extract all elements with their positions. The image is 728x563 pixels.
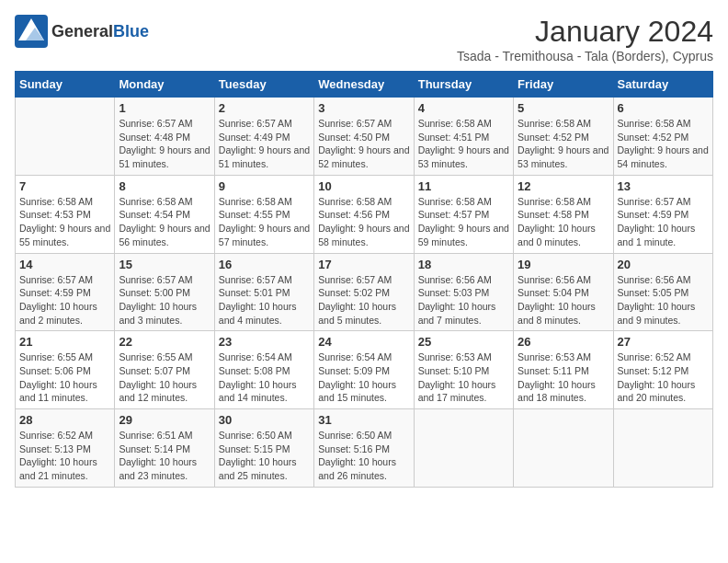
day-number: 14 <box>19 258 110 271</box>
title-area: January 2024 Tsada - Tremithousa - Tala … <box>457 15 713 63</box>
day-detail: Sunrise: 6:53 AM Sunset: 5:10 PM Dayligh… <box>418 350 509 405</box>
day-number: 3 <box>318 101 409 115</box>
header-day-wednesday: Wednesday <box>314 72 414 98</box>
header-day-thursday: Thursday <box>414 72 513 98</box>
calendar-cell: 11Sunrise: 6:58 AM Sunset: 4:57 PM Dayli… <box>414 175 513 253</box>
day-number: 30 <box>219 413 310 427</box>
header-day-saturday: Saturday <box>613 72 712 98</box>
day-detail: Sunrise: 6:58 AM Sunset: 4:54 PM Dayligh… <box>119 195 210 249</box>
day-number: 29 <box>119 413 210 427</box>
day-number: 15 <box>119 258 210 271</box>
calendar-cell: 21Sunrise: 6:55 AM Sunset: 5:06 PM Dayli… <box>16 331 115 409</box>
calendar-cell: 5Sunrise: 6:58 AM Sunset: 4:52 PM Daylig… <box>514 98 613 176</box>
day-number: 25 <box>418 335 509 349</box>
calendar-title: January 2024 <box>457 15 713 49</box>
calendar-cell: 9Sunrise: 6:58 AM Sunset: 4:55 PM Daylig… <box>214 175 313 253</box>
day-number: 13 <box>618 179 709 193</box>
calendar-cell: 29Sunrise: 6:51 AM Sunset: 5:14 PM Dayli… <box>115 409 214 488</box>
calendar-cell: 6Sunrise: 6:58 AM Sunset: 4:52 PM Daylig… <box>613 98 712 176</box>
week-row-1: 1Sunrise: 6:57 AM Sunset: 4:48 PM Daylig… <box>16 98 713 176</box>
calendar-cell: 27Sunrise: 6:52 AM Sunset: 5:12 PM Dayli… <box>613 331 712 409</box>
day-detail: Sunrise: 6:52 AM Sunset: 5:12 PM Dayligh… <box>618 350 709 405</box>
day-detail: Sunrise: 6:50 AM Sunset: 5:15 PM Dayligh… <box>219 429 310 483</box>
day-number: 31 <box>318 413 409 427</box>
day-number: 1 <box>119 101 210 115</box>
day-detail: Sunrise: 6:58 AM Sunset: 4:53 PM Dayligh… <box>19 195 110 249</box>
logo: General Blue <box>15 15 149 48</box>
day-detail: Sunrise: 6:57 AM Sunset: 4:48 PM Dayligh… <box>119 117 210 171</box>
header-row: SundayMondayTuesdayWednesdayThursdayFrid… <box>16 72 713 98</box>
day-detail: Sunrise: 6:58 AM Sunset: 4:58 PM Dayligh… <box>518 195 609 249</box>
day-number: 2 <box>219 101 310 115</box>
header-day-friday: Friday <box>514 72 613 98</box>
day-detail: Sunrise: 6:57 AM Sunset: 4:49 PM Dayligh… <box>219 117 310 171</box>
calendar-cell: 17Sunrise: 6:57 AM Sunset: 5:02 PM Dayli… <box>314 253 414 331</box>
day-detail: Sunrise: 6:56 AM Sunset: 5:04 PM Dayligh… <box>518 273 609 327</box>
header-day-sunday: Sunday <box>16 72 115 98</box>
calendar-cell <box>16 98 115 176</box>
logo-general: General <box>51 22 113 41</box>
logo-icon <box>15 15 48 48</box>
logo-blue: Blue <box>113 22 149 41</box>
day-detail: Sunrise: 6:55 AM Sunset: 5:06 PM Dayligh… <box>19 350 110 405</box>
day-number: 22 <box>119 335 210 349</box>
day-detail: Sunrise: 6:52 AM Sunset: 5:13 PM Dayligh… <box>19 429 110 483</box>
calendar-cell: 16Sunrise: 6:57 AM Sunset: 5:01 PM Dayli… <box>214 253 313 331</box>
calendar-cell <box>514 409 613 488</box>
day-number: 5 <box>518 101 609 115</box>
calendar-cell: 18Sunrise: 6:56 AM Sunset: 5:03 PM Dayli… <box>414 253 513 331</box>
day-number: 7 <box>19 179 110 193</box>
day-detail: Sunrise: 6:57 AM Sunset: 4:59 PM Dayligh… <box>19 273 110 327</box>
calendar-cell <box>613 409 712 488</box>
day-number: 21 <box>19 335 110 349</box>
day-number: 19 <box>518 258 609 271</box>
calendar-cell: 12Sunrise: 6:58 AM Sunset: 4:58 PM Dayli… <box>514 175 613 253</box>
day-detail: Sunrise: 6:53 AM Sunset: 5:11 PM Dayligh… <box>518 350 609 405</box>
calendar-cell: 14Sunrise: 6:57 AM Sunset: 4:59 PM Dayli… <box>16 253 115 331</box>
day-detail: Sunrise: 6:54 AM Sunset: 5:09 PM Dayligh… <box>318 350 409 405</box>
day-detail: Sunrise: 6:58 AM Sunset: 4:57 PM Dayligh… <box>418 195 509 249</box>
calendar-cell: 3Sunrise: 6:57 AM Sunset: 4:50 PM Daylig… <box>314 98 414 176</box>
day-detail: Sunrise: 6:58 AM Sunset: 4:56 PM Dayligh… <box>318 195 409 249</box>
calendar-cell: 26Sunrise: 6:53 AM Sunset: 5:11 PM Dayli… <box>514 331 613 409</box>
day-detail: Sunrise: 6:56 AM Sunset: 5:03 PM Dayligh… <box>418 273 509 327</box>
calendar-cell: 22Sunrise: 6:55 AM Sunset: 5:07 PM Dayli… <box>115 331 214 409</box>
day-number: 4 <box>418 101 509 115</box>
calendar-cell: 30Sunrise: 6:50 AM Sunset: 5:15 PM Dayli… <box>214 409 313 488</box>
day-number: 26 <box>518 335 609 349</box>
calendar-cell: 15Sunrise: 6:57 AM Sunset: 5:00 PM Dayli… <box>115 253 214 331</box>
week-row-4: 21Sunrise: 6:55 AM Sunset: 5:06 PM Dayli… <box>16 331 713 409</box>
week-row-2: 7Sunrise: 6:58 AM Sunset: 4:53 PM Daylig… <box>16 175 713 253</box>
calendar-cell: 31Sunrise: 6:50 AM Sunset: 5:16 PM Dayli… <box>314 409 414 488</box>
day-number: 11 <box>418 179 509 193</box>
day-number: 12 <box>518 179 609 193</box>
day-number: 27 <box>618 335 709 349</box>
calendar-cell: 10Sunrise: 6:58 AM Sunset: 4:56 PM Dayli… <box>314 175 414 253</box>
calendar-cell: 7Sunrise: 6:58 AM Sunset: 4:53 PM Daylig… <box>16 175 115 253</box>
calendar-cell: 25Sunrise: 6:53 AM Sunset: 5:10 PM Dayli… <box>414 331 513 409</box>
logo-text: General Blue <box>51 22 149 41</box>
calendar-cell: 24Sunrise: 6:54 AM Sunset: 5:09 PM Dayli… <box>314 331 414 409</box>
calendar-subtitle: Tsada - Tremithousa - Tala (Borders), Cy… <box>457 49 713 63</box>
calendar-cell: 1Sunrise: 6:57 AM Sunset: 4:48 PM Daylig… <box>115 98 214 176</box>
week-row-3: 14Sunrise: 6:57 AM Sunset: 4:59 PM Dayli… <box>16 253 713 331</box>
day-number: 24 <box>318 335 409 349</box>
day-detail: Sunrise: 6:57 AM Sunset: 5:02 PM Dayligh… <box>318 273 409 327</box>
calendar-cell <box>414 409 513 488</box>
day-detail: Sunrise: 6:58 AM Sunset: 4:55 PM Dayligh… <box>219 195 310 249</box>
day-detail: Sunrise: 6:58 AM Sunset: 4:52 PM Dayligh… <box>518 117 609 171</box>
week-row-5: 28Sunrise: 6:52 AM Sunset: 5:13 PM Dayli… <box>16 409 713 488</box>
calendar-cell: 28Sunrise: 6:52 AM Sunset: 5:13 PM Dayli… <box>16 409 115 488</box>
header-day-monday: Monday <box>115 72 214 98</box>
day-number: 28 <box>19 413 110 427</box>
calendar-cell: 8Sunrise: 6:58 AM Sunset: 4:54 PM Daylig… <box>115 175 214 253</box>
calendar-cell: 20Sunrise: 6:56 AM Sunset: 5:05 PM Dayli… <box>613 253 712 331</box>
calendar-table: SundayMondayTuesdayWednesdayThursdayFrid… <box>15 71 713 488</box>
header: General Blue January 2024 Tsada - Tremit… <box>15 15 713 63</box>
day-number: 10 <box>318 179 409 193</box>
day-number: 17 <box>318 258 409 271</box>
header-day-tuesday: Tuesday <box>214 72 313 98</box>
day-number: 18 <box>418 258 509 271</box>
day-detail: Sunrise: 6:54 AM Sunset: 5:08 PM Dayligh… <box>219 350 310 405</box>
day-detail: Sunrise: 6:57 AM Sunset: 4:59 PM Dayligh… <box>618 195 709 249</box>
